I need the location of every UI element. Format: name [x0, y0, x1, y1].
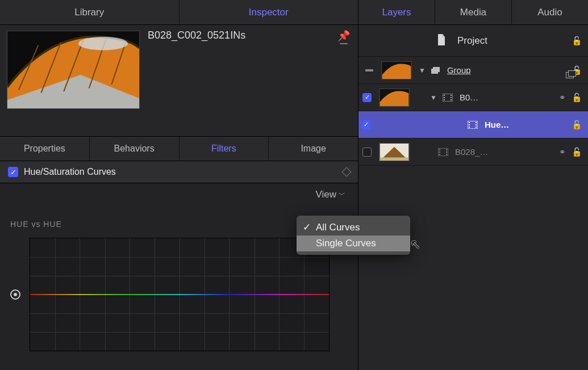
pin-icon: 📌: [337, 30, 350, 42]
film-icon: [438, 148, 448, 156]
subtab-properties[interactable]: Properties: [0, 137, 89, 161]
layer-row-clip-2[interactable]: B028_… ⚭ 🔓: [358, 138, 588, 166]
svg-rect-17: [469, 122, 470, 123]
layer-row-clip[interactable]: ▼ B0… ⚭ 🔓: [358, 84, 588, 111]
svg-rect-25: [380, 157, 409, 161]
group-icon: [431, 67, 440, 74]
subtab-filters[interactable]: Filters: [179, 137, 269, 161]
menu-item-label: Single Curves: [316, 238, 376, 249]
clip-thumbnail[interactable]: [7, 31, 140, 109]
layer-thumb: [381, 61, 412, 79]
svg-rect-29: [439, 154, 440, 155]
hue-filter-label[interactable]: Hue…: [485, 120, 568, 129]
disclosure-triangle-icon[interactable]: ▼: [419, 66, 426, 74]
tab-media[interactable]: Media: [435, 0, 511, 24]
tab-audio[interactable]: Audio: [511, 0, 588, 24]
pin-button[interactable]: 📌: [337, 30, 350, 44]
svg-rect-11: [444, 97, 445, 98]
svg-point-6: [78, 37, 128, 51]
clip-name: B028_C002_0521INs: [148, 30, 330, 41]
filter-enable-checkbox[interactable]: [8, 167, 18, 177]
tab-inspector[interactable]: Inspector: [179, 0, 358, 24]
right-panel: Layers Media Audio Project 🔓 ▼ Group: [358, 0, 588, 370]
svg-rect-32: [446, 154, 447, 155]
project-label: Project: [457, 35, 568, 47]
disclosure-triangle-icon[interactable]: ▼: [430, 94, 437, 102]
layer-row-project[interactable]: Project 🔓: [358, 25, 588, 57]
eyedropper-button[interactable]: [10, 289, 20, 300]
clip-preview-row: B028_C002_0521INs 📌: [0, 25, 358, 136]
mouse-cursor-icon: ↖: [410, 237, 420, 252]
svg-rect-22: [476, 127, 477, 128]
hue-curve-grid[interactable]: [30, 238, 330, 351]
svg-rect-13: [451, 95, 452, 96]
clip2-label[interactable]: B028_…: [455, 147, 556, 157]
view-dropdown-menu: ✓ All Curves Single Curves: [297, 216, 410, 255]
lock-icon[interactable]: 🔓: [572, 93, 582, 103]
layer-visibility-checkbox[interactable]: [362, 93, 372, 102]
svg-rect-19: [469, 127, 470, 128]
group-label[interactable]: Group: [447, 65, 562, 75]
clip-label[interactable]: B0…: [460, 93, 556, 102]
link-icon[interactable]: ⚭: [559, 93, 566, 102]
check-icon: ✓: [302, 221, 311, 233]
subtab-behaviors[interactable]: Behaviors: [89, 137, 179, 161]
filter-header: Hue/Saturation Curves: [0, 161, 358, 183]
svg-rect-14: [451, 97, 452, 98]
menu-item-single-curves[interactable]: Single Curves: [297, 236, 410, 251]
layer-visibility-checkbox[interactable]: [361, 120, 370, 129]
menu-item-label: All Curves: [316, 222, 360, 233]
film-icon: [443, 94, 453, 102]
filter-name: Hue/Saturation Curves: [24, 167, 116, 177]
document-icon: [437, 34, 446, 48]
link-icon[interactable]: ⚭: [559, 148, 566, 157]
tab-layers[interactable]: Layers: [358, 0, 435, 24]
view-label: View: [315, 189, 336, 200]
filter-body: View ﹀ HUE vs HUE: [0, 183, 358, 370]
svg-rect-12: [444, 99, 445, 100]
lock-icon[interactable]: 🔓: [572, 147, 582, 157]
svg-rect-27: [439, 149, 440, 150]
left-panel: Library Inspector: [0, 0, 358, 370]
film-icon: [468, 121, 478, 129]
layer-thumb: [379, 143, 410, 161]
keyframe-diamond-icon[interactable]: [342, 167, 352, 177]
svg-rect-21: [476, 124, 477, 125]
layer-row-group[interactable]: ▼ Group 🔓: [358, 57, 588, 84]
chevron-down-icon: ﹀: [339, 190, 345, 200]
lock-icon[interactable]: 🔓: [572, 36, 582, 46]
layer-thumb: [379, 89, 410, 107]
subtab-image[interactable]: Image: [268, 137, 358, 161]
svg-rect-31: [446, 152, 447, 153]
inspector-sub-tabs: Properties Behaviors Filters Image: [0, 136, 358, 161]
left-top-tabs: Library Inspector: [0, 0, 358, 25]
layer-visibility-checkbox[interactable]: [362, 148, 372, 157]
layer-row-hue-filter[interactable]: Hue… 🔓: [358, 111, 588, 138]
svg-rect-18: [469, 124, 470, 125]
svg-rect-10: [444, 95, 445, 96]
tab-library[interactable]: Library: [0, 0, 179, 24]
view-dropdown-trigger[interactable]: View ﹀: [8, 189, 350, 200]
menu-item-all-curves[interactable]: ✓ All Curves: [297, 219, 410, 236]
right-top-tabs: Layers Media Audio: [358, 0, 588, 25]
pin-icon-underline: [340, 43, 348, 44]
svg-rect-15: [451, 99, 452, 100]
lock-icon[interactable]: 🔓: [572, 120, 582, 130]
svg-rect-20: [476, 122, 477, 123]
visibility-dash-icon[interactable]: [365, 69, 373, 72]
svg-rect-30: [446, 149, 447, 150]
hue-spectrum-line[interactable]: [30, 294, 329, 295]
svg-rect-28: [439, 152, 440, 153]
